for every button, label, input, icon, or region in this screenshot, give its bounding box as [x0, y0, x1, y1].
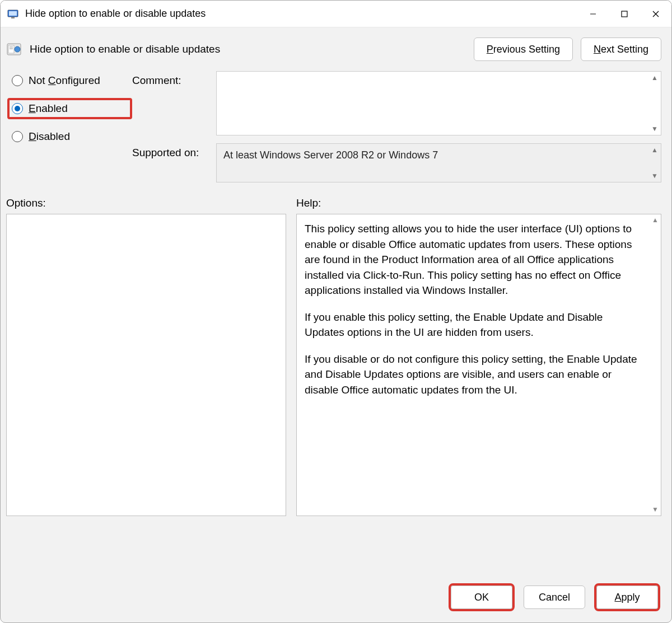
scroll-up-icon[interactable]: ▲	[650, 145, 660, 155]
radio-enabled-label: Enabled	[29, 102, 68, 115]
upper-grid: Not Configured Enabled Disabled Comment:…	[1, 71, 671, 187]
next-setting-button[interactable]: Next Setting	[581, 38, 661, 61]
scroll-down-icon[interactable]: ▼	[650, 124, 660, 134]
radio-circle-icon	[12, 75, 23, 86]
scroll-up-icon[interactable]: ▲	[650, 73, 660, 83]
radio-disabled[interactable]: Disabled	[12, 130, 132, 143]
svg-rect-1	[9, 11, 17, 16]
radio-enabled[interactable]: Enabled	[7, 98, 132, 119]
previous-setting-button[interactable]: Previous Setting	[474, 38, 573, 61]
help-paragraph: If you enable this policy setting, the E…	[305, 310, 644, 340]
svg-rect-8	[8, 45, 14, 53]
scroll-down-icon[interactable]: ▼	[652, 505, 659, 514]
section-labels-row: Options: Help:	[1, 187, 671, 214]
group-policy-dialog: Hide option to enable or disable updates…	[0, 0, 672, 623]
supported-on-field: At least Windows Server 2008 R2 or Windo…	[216, 143, 661, 182]
apply-button[interactable]: Apply	[596, 585, 658, 609]
policy-title: Hide option to enable or disable updates	[30, 43, 466, 55]
close-button[interactable]	[640, 3, 671, 25]
policy-header: Hide option to enable or disable updates…	[1, 27, 671, 71]
policy-icon	[6, 41, 22, 57]
options-label: Options:	[6, 197, 286, 209]
radio-not-configured-label: Not Configured	[29, 74, 100, 87]
comment-label: Comment:	[132, 71, 216, 87]
comment-textarea[interactable]: ▲ ▼	[216, 71, 661, 135]
ok-button[interactable]: OK	[451, 585, 512, 609]
radio-not-configured[interactable]: Not Configured	[12, 74, 132, 87]
app-icon	[6, 7, 20, 21]
help-label: Help:	[296, 197, 661, 209]
help-paragraph: This policy setting allows you to hide t…	[305, 221, 644, 298]
window-title: Hide option to enable or disable updates	[25, 8, 577, 20]
svg-rect-2	[11, 17, 15, 18]
svg-rect-4	[622, 11, 627, 17]
cancel-button[interactable]: Cancel	[524, 585, 585, 609]
supported-on-label: Supported on:	[132, 143, 216, 159]
radio-disabled-label: Disabled	[29, 130, 70, 143]
dialog-footer: OK Cancel Apply	[1, 570, 671, 622]
radio-circle-icon	[12, 131, 23, 142]
panels-row: This policy setting allows you to hide t…	[1, 214, 671, 570]
supported-on-value: At least Windows Server 2008 R2 or Windo…	[223, 149, 438, 161]
scroll-up-icon[interactable]: ▲	[652, 216, 659, 225]
svg-point-11	[15, 46, 20, 52]
help-panel: This policy setting allows you to hide t…	[296, 214, 661, 516]
options-panel	[6, 214, 286, 516]
radio-circle-icon	[12, 103, 23, 114]
help-scrollbar[interactable]: ▲ ▼	[650, 214, 661, 516]
state-radio-group: Not Configured Enabled Disabled	[12, 71, 132, 143]
maximize-button[interactable]	[609, 3, 640, 25]
titlebar: Hide option to enable or disable updates	[1, 1, 671, 27]
help-paragraph: If you disable or do not configure this …	[305, 352, 644, 398]
scroll-down-icon[interactable]: ▼	[650, 171, 660, 181]
minimize-button[interactable]	[577, 3, 609, 25]
